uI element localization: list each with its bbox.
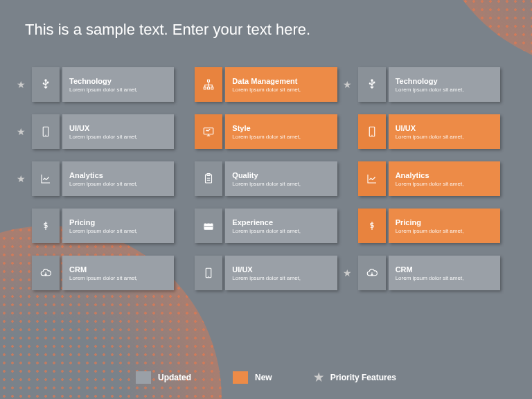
card-title: Analytics: [69, 171, 167, 179]
feature-card: ★CRMLorem ipsum dolor sit amet,: [358, 256, 500, 290]
card-title: Quality: [232, 171, 330, 179]
svg-rect-6: [211, 87, 213, 89]
card-desc: Lorem ipsum dolor sit amet,: [396, 181, 493, 187]
star-icon: ★: [343, 79, 352, 90]
legend-priority: ★ Priority Features: [314, 371, 396, 384]
phone-icon: [32, 114, 60, 149]
dollar-icon: [358, 209, 386, 243]
feature-card: QualityLorem ipsum dolor sit amet,: [195, 161, 337, 196]
card-title: CRM: [396, 265, 493, 274]
hierarchy-icon: [195, 67, 222, 102]
feature-card: StyleLorem ipsum dolor sit amet,: [195, 114, 337, 149]
card-desc: Lorem ipsum dolor sit amet,: [69, 87, 167, 93]
swatch-orange: [233, 371, 248, 384]
card-desc: Lorem ipsum dolor sit amet,: [396, 134, 493, 140]
legend-priority-label: Priority Features: [330, 373, 396, 382]
briefcase-icon: [195, 209, 222, 243]
card-title: Technology: [69, 77, 167, 85]
card-text: Data ManagementLorem ipsum dolor sit ame…: [225, 67, 337, 102]
card-title: Pricing: [69, 218, 167, 227]
feature-card: ★TechnologyLorem ipsum dolor sit amet,: [32, 67, 174, 102]
svg-rect-4: [204, 87, 206, 89]
feature-card: CRMLorem ipsum dolor sit amet,: [32, 256, 174, 290]
card-text: QualityLorem ipsum dolor sit amet,: [225, 161, 337, 196]
star-icon: ★: [17, 173, 26, 184]
card-title: UI/UX: [396, 124, 493, 132]
svg-point-8: [369, 83, 371, 85]
feature-card: ★TechnologyLorem ipsum dolor sit amet,: [358, 67, 500, 102]
dollar-icon: [32, 209, 60, 243]
legend-new: New: [233, 371, 272, 384]
chart-icon: [358, 161, 386, 196]
card-title: CRM: [69, 265, 167, 274]
card-text: UI/UXLorem ipsum dolor sit amet,: [225, 256, 337, 290]
feature-card: Data ManagementLorem ipsum dolor sit ame…: [195, 67, 337, 102]
card-text: TechnologyLorem ipsum dolor sit amet,: [389, 67, 500, 102]
card-desc: Lorem ipsum dolor sit amet,: [396, 87, 493, 93]
svg-rect-9: [373, 82, 375, 83]
swatch-gray: [136, 371, 151, 384]
usb-icon: [358, 67, 386, 102]
svg-rect-5: [208, 87, 210, 89]
page-title: This is a sample text. Enter your text h…: [25, 21, 310, 39]
card-title: UI/UX: [232, 265, 330, 274]
card-desc: Lorem ipsum dolor sit amet,: [232, 181, 330, 187]
card-title: UI/UX: [69, 124, 167, 132]
card-text: PricingLorem ipsum dolor sit amet,: [389, 209, 500, 243]
card-desc: Lorem ipsum dolor sit amet,: [69, 134, 167, 140]
chart-icon: [32, 161, 60, 196]
star-icon: ★: [17, 126, 26, 137]
card-title: Style: [232, 124, 330, 132]
card-title: Data Management: [232, 77, 330, 85]
card-desc: Lorem ipsum dolor sit amet,: [69, 228, 167, 234]
card-title: Pricing: [396, 218, 493, 227]
card-title: Technology: [396, 77, 493, 85]
card-desc: Lorem ipsum dolor sit amet,: [232, 87, 330, 93]
feature-card: PricingLorem ipsum dolor sit amet,: [358, 209, 500, 243]
svg-point-1: [43, 83, 44, 85]
svg-rect-3: [208, 80, 210, 82]
decorative-dots-tr: [428, 0, 532, 69]
legend: Updated New ★ Priority Features: [0, 371, 532, 384]
card-title: Analytics: [396, 171, 493, 179]
feature-card: UI/UXLorem ipsum dolor sit amet,: [195, 256, 337, 290]
card-title: Experience: [232, 218, 330, 227]
star-icon: ★: [17, 79, 26, 90]
usb-icon: [32, 67, 60, 102]
card-text: CRMLorem ipsum dolor sit amet,: [389, 256, 500, 290]
legend-updated-label: Updated: [158, 373, 191, 382]
card-text: StyleLorem ipsum dolor sit amet,: [225, 114, 337, 149]
card-text: UI/UXLorem ipsum dolor sit amet,: [62, 114, 174, 149]
monitor-icon: [195, 114, 222, 149]
card-desc: Lorem ipsum dolor sit amet,: [232, 275, 330, 281]
card-desc: Lorem ipsum dolor sit amet,: [232, 228, 330, 234]
feature-card: UI/UXLorem ipsum dolor sit amet,: [358, 114, 500, 149]
legend-new-label: New: [255, 373, 272, 382]
card-text: TechnologyLorem ipsum dolor sit amet,: [62, 67, 174, 102]
phone-icon: [358, 114, 386, 149]
card-desc: Lorem ipsum dolor sit amet,: [396, 275, 493, 281]
phone-icon: [195, 256, 222, 290]
feature-card: ★AnalyticsLorem ipsum dolor sit amet,: [32, 161, 174, 196]
star-icon: ★: [343, 267, 352, 278]
card-desc: Lorem ipsum dolor sit amet,: [69, 275, 167, 281]
feature-card: AnalyticsLorem ipsum dolor sit amet,: [358, 161, 500, 196]
clipboard-icon: [195, 161, 222, 196]
cloud-icon: [32, 256, 60, 290]
card-text: ExperienceLorem ipsum dolor sit amet,: [225, 209, 337, 243]
svg-rect-2: [47, 82, 48, 83]
feature-grid: ★TechnologyLorem ipsum dolor sit amet,Da…: [32, 67, 500, 290]
card-desc: Lorem ipsum dolor sit amet,: [69, 181, 167, 187]
feature-card: ExperienceLorem ipsum dolor sit amet,: [195, 209, 337, 243]
card-text: AnalyticsLorem ipsum dolor sit amet,: [62, 161, 174, 196]
feature-card: ★UI/UXLorem ipsum dolor sit amet,: [32, 114, 174, 149]
card-text: CRMLorem ipsum dolor sit amet,: [62, 256, 174, 290]
card-text: AnalyticsLorem ipsum dolor sit amet,: [389, 161, 500, 196]
legend-updated: Updated: [136, 371, 191, 384]
star-icon: ★: [314, 371, 323, 384]
card-desc: Lorem ipsum dolor sit amet,: [396, 228, 493, 234]
card-desc: Lorem ipsum dolor sit amet,: [232, 134, 330, 140]
card-text: UI/UXLorem ipsum dolor sit amet,: [389, 114, 500, 149]
cloud-icon: [358, 256, 386, 290]
card-text: PricingLorem ipsum dolor sit amet,: [62, 209, 174, 243]
